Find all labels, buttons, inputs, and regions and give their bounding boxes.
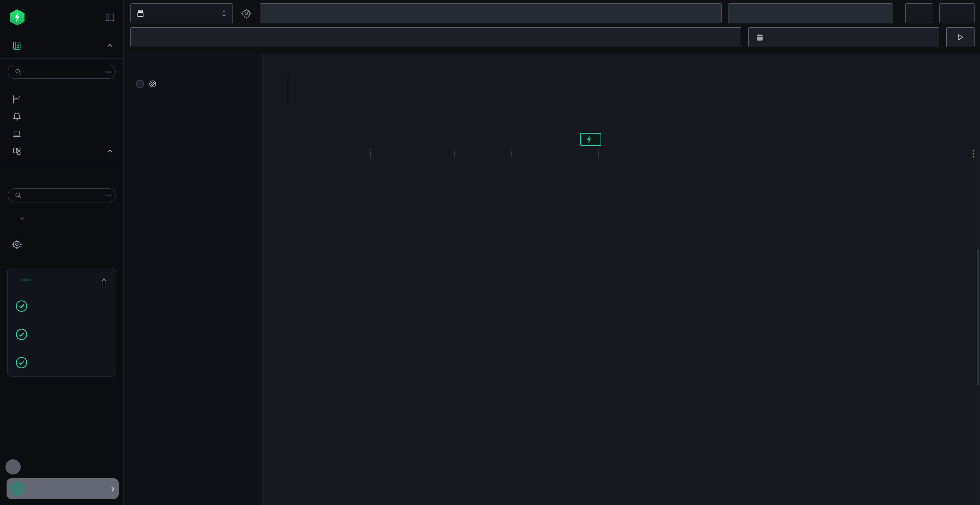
chevron-up-icon	[106, 41, 114, 50]
histogram-plot[interactable]	[288, 72, 977, 106]
source-settings-gear-icon[interactable]	[239, 3, 254, 24]
search-input[interactable]	[137, 33, 719, 42]
avatar	[10, 481, 24, 496]
kbd-shortcut	[105, 195, 112, 196]
sidebar: ›	[0, 0, 124, 505]
events-histogram[interactable]	[274, 72, 977, 116]
sql-orderby-input[interactable]	[728, 3, 893, 24]
sql-select-input[interactable]	[260, 3, 722, 24]
get-started-card	[7, 268, 116, 376]
x-axis	[288, 106, 977, 116]
denoise-icon	[149, 80, 157, 88]
chart-icon	[12, 94, 22, 104]
alerts-button[interactable]	[939, 3, 975, 24]
chevron-right-icon: ›	[111, 483, 115, 494]
right-column: ⋮	[124, 0, 980, 505]
sidebar-item-client-sessions[interactable]	[0, 125, 123, 143]
divider	[0, 58, 123, 59]
search-bar	[130, 27, 741, 48]
hyperdx-logo-icon	[10, 9, 24, 25]
check-circle-icon	[15, 328, 28, 341]
get-started-step[interactable]	[15, 349, 108, 369]
saved-dashboards-input[interactable]	[8, 188, 116, 202]
sidebar-item-alerts[interactable]	[0, 108, 123, 125]
laptop-icon	[12, 129, 22, 139]
check-circle-icon	[15, 300, 28, 312]
traces-source-icon	[136, 9, 145, 18]
sidebar-collapse-icon[interactable]	[105, 12, 115, 22]
filters-panel	[124, 54, 263, 505]
create-dashboard-button[interactable]	[0, 168, 123, 182]
denoise-results-toggle[interactable]	[136, 78, 255, 90]
logs-icon	[12, 41, 22, 51]
scrollbar-track[interactable]	[977, 151, 980, 505]
chevron-up-icon	[106, 147, 114, 156]
chevron-up-icon[interactable]	[100, 276, 108, 284]
presets-toggle[interactable]	[0, 215, 123, 221]
save-button[interactable]	[905, 3, 934, 24]
divider	[0, 164, 123, 164]
check-circle-icon	[15, 356, 28, 369]
source-select[interactable]	[130, 3, 233, 24]
resume-live-tail-button[interactable]	[580, 133, 601, 146]
get-started-step[interactable]	[15, 321, 108, 341]
top-bar	[124, 0, 980, 54]
sidebar-item-dashboards[interactable]	[0, 143, 123, 160]
app-root: ›	[0, 0, 980, 505]
get-started-progress-badge	[21, 279, 30, 281]
scrollbar-thumb[interactable]	[977, 249, 980, 385]
sidebar-item-chart-explorer[interactable]	[0, 91, 123, 108]
checkbox[interactable]	[136, 80, 144, 87]
chevron-down-icon	[19, 215, 25, 221]
run-search-button[interactable]	[946, 27, 975, 48]
brand-row	[0, 0, 123, 25]
play-icon	[956, 33, 964, 41]
select-chevrons-icon	[221, 9, 228, 17]
calendar-icon	[756, 33, 764, 41]
table-header: ⋮	[263, 148, 980, 159]
date-range-picker[interactable]	[748, 27, 939, 48]
sidebar-item-team-settings[interactable]	[0, 236, 123, 253]
user-menu[interactable]: ›	[6, 478, 119, 499]
search-icon	[15, 192, 22, 199]
saved-searches-input[interactable]	[8, 65, 116, 79]
results-table: ⋮	[263, 148, 980, 505]
bell-icon	[12, 111, 22, 121]
dashboards-icon	[12, 146, 22, 156]
results-area: ⋮	[263, 54, 980, 505]
gear-icon	[12, 240, 22, 249]
lightning-icon	[586, 135, 592, 143]
help-button[interactable]	[5, 459, 21, 475]
get-started-step[interactable]	[15, 293, 108, 312]
sidebar-item-search[interactable]	[0, 37, 123, 54]
search-icon	[15, 68, 22, 75]
kbd-shortcut	[105, 71, 112, 73]
